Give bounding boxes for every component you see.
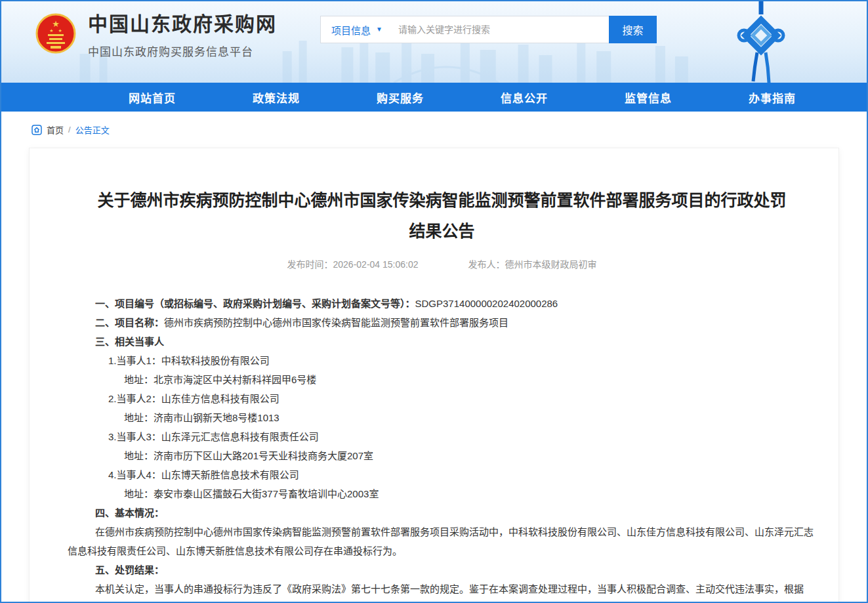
svg-text:★ ★: ★ ★ (49, 28, 62, 33)
party-name: 2.当事人2：山东佳方信息科技有限公司 (68, 389, 816, 408)
svg-text:★: ★ (52, 19, 60, 29)
nav-item-policy[interactable]: 政策法规 (253, 89, 300, 106)
section-4-paragraph: 在德州市疾病预防控制中心德州市国家传染病智能监测预警前置软件部署服务项目采购活动… (68, 522, 816, 560)
party-address: 地址：济南市历下区山大路201号天业科技商务大厦207室 (68, 446, 816, 465)
section-1-label: 一、项目编号（或招标编号、政府采购计划编号、采购计划备案文号等）： (95, 298, 415, 309)
party-name: 4.当事人4：山东博天新胜信息技术有限公司 (68, 465, 816, 484)
breadcrumb-home-link[interactable]: 首页 (47, 123, 64, 136)
article-card: 关于德州市疾病预防控制中心德州市国家传染病智能监测预警前置软件部署服务项目的行政… (29, 148, 839, 603)
party-name: 1.当事人1：中科软科技股份有限公司 (68, 351, 816, 370)
nav-item-info-disclosure[interactable]: 信息公开 (501, 89, 548, 106)
party-address: 地址：济南市山钢新天地8号楼1013 (68, 408, 816, 427)
section-2-value: 德州市疾病预防控制中心德州市国家传染病智能监测预警前置软件部署服务项目 (164, 317, 508, 328)
section-5-heading: 五、处罚结果： (68, 560, 816, 579)
breadcrumb-current: 公告正文 (75, 123, 110, 136)
section-2-project-name: 二、项目名称：德州市疾病预防控制中心德州市国家传染病智能监测预警前置软件部署服务… (68, 313, 816, 332)
search-bar: 项目信息 ▼ 搜索 (320, 16, 657, 43)
site-subtitle: 中国山东政府购买服务信息平台 (88, 43, 277, 59)
party-item: 2.当事人2：山东佳方信息科技有限公司 地址：济南市山钢新天地8号楼1013 (68, 389, 816, 427)
brand-text: 中国山东政府采购网 中国山东政府购买服务信息平台 (88, 8, 277, 59)
national-emblem-logo: ★ ★ ★ (35, 12, 76, 55)
party-item: 3.当事人3：山东泽元汇志信息科技有限责任公司 地址：济南市历下区山大路201号… (68, 427, 816, 465)
nav-item-home[interactable]: 网站首页 (129, 89, 176, 106)
search-category-label: 项目信息 (331, 23, 371, 37)
main-nav-inner: 网站首页 政策法规 购买服务 信息公开 监管信息 办事指南 (1, 89, 867, 106)
section-1-value: SDGP371400000202402000286 (415, 298, 558, 309)
search-category-dropdown[interactable]: 项目信息 ▼ (321, 16, 392, 43)
publish-time-label: 发布时间： (287, 259, 333, 270)
article-meta: 发布时间：2026-02-04 15:06:02 发布人：德州市本级财政局初审 (68, 257, 816, 270)
nav-item-guide[interactable]: 办事指南 (749, 89, 796, 106)
breadcrumb: 首页 / 公告正文 (1, 112, 867, 145)
search-input[interactable] (392, 16, 609, 43)
search-button[interactable]: 搜索 (609, 16, 657, 43)
section-1-project-number: 一、项目编号（或招标编号、政府采购计划编号、采购计划备案文号等）：SDGP371… (68, 294, 816, 313)
main-nav: 网站首页 政策法规 购买服务 信息公开 监管信息 办事指南 (1, 83, 867, 112)
article-title: 关于德州市疾病预防控制中心德州市国家传染病智能监测预警前置软件部署服务项目的行政… (68, 185, 816, 247)
nav-item-supervision[interactable]: 监管信息 (625, 89, 672, 106)
page: ★ ★ ★ 中国山东政府采购网 中国山东政府购买服务信息平台 项目信息 ▼ 搜索 (0, 0, 868, 603)
chevron-down-icon: ▼ (376, 26, 382, 33)
breadcrumb-separator: / (68, 125, 71, 135)
site-header: ★ ★ ★ 中国山东政府采购网 中国山东政府购买服务信息平台 项目信息 ▼ 搜索 (1, 1, 867, 83)
article-body: 一、项目编号（或招标编号、政府采购计划编号、采购计划备案文号等）：SDGP371… (68, 294, 816, 603)
brand: ★ ★ ★ 中国山东政府采购网 中国山东政府购买服务信息平台 (35, 8, 277, 59)
party-address: 地址：北京市海淀区中关村新科祥园甲6号楼 (68, 370, 816, 389)
publisher-label: 发布人： (468, 259, 505, 270)
home-icon (31, 125, 42, 135)
chinese-knot-decoration (733, 1, 789, 83)
publisher-value: 德州市本级财政局初审 (505, 259, 597, 270)
section-5-paragraph: 本机关认定，当事人的串通投标行为违反了《政府采购法》第七十七条第一款的规定。鉴于… (68, 579, 816, 603)
publish-time-value: 2026-02-04 15:06:02 (333, 259, 419, 270)
section-2-label: 二、项目名称： (95, 317, 164, 328)
section-3-heading: 三、相关当事人 (68, 332, 816, 351)
publisher: 发布人：德州市本级财政局初审 (468, 257, 597, 270)
site-title: 中国山东政府采购网 (88, 8, 277, 37)
section-4-heading: 四、基本情况： (68, 503, 816, 522)
party-item: 4.当事人4：山东博天新胜信息技术有限公司 地址：泰安市泰山区擂鼓石大街377号… (68, 465, 816, 503)
party-address: 地址：泰安市泰山区擂鼓石大街377号畜牧培训中心2003室 (68, 484, 816, 503)
nav-item-purchase-services[interactable]: 购买服务 (377, 89, 424, 106)
party-name: 3.当事人3：山东泽元汇志信息科技有限责任公司 (68, 427, 816, 446)
publish-time: 发布时间：2026-02-04 15:06:02 (287, 257, 419, 270)
party-item: 1.当事人1：中科软科技股份有限公司 地址：北京市海淀区中关村新科祥园甲6号楼 (68, 351, 816, 389)
